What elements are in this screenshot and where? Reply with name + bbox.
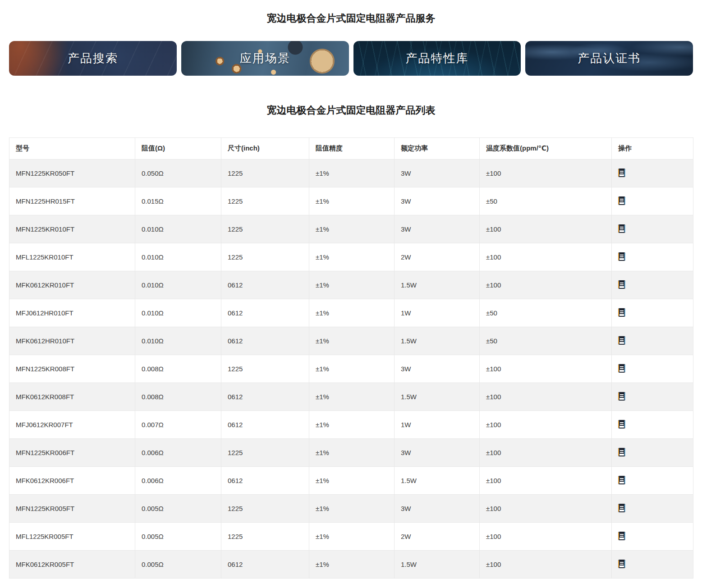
- cell-model: MFK0612KR006FT: [9, 467, 135, 495]
- icon-part: [624, 532, 625, 540]
- icon-part: [619, 482, 624, 483]
- column-header: 阻值精度: [309, 138, 395, 160]
- notebook-icon[interactable]: [618, 308, 625, 317]
- nav-button-application-scenes[interactable]: 应用场景: [181, 41, 349, 76]
- icon-part: [620, 283, 624, 283]
- cell-action: [612, 523, 693, 551]
- icon-part: [624, 504, 625, 512]
- cell-resistance: 0.005Ω: [135, 551, 221, 579]
- cell-power: 3W: [395, 215, 480, 243]
- icon-part: [620, 199, 624, 200]
- notebook-icon[interactable]: [618, 364, 625, 373]
- icon-part: [620, 366, 624, 367]
- cell-model: MFK0612HR010FT: [9, 327, 135, 355]
- notebook-icon[interactable]: [618, 560, 625, 568]
- notebook-icon[interactable]: [618, 532, 625, 540]
- icon-part: [619, 370, 624, 372]
- nav-button-characteristics-library[interactable]: 产品特性库: [353, 41, 521, 76]
- icon-part: [620, 394, 624, 395]
- cell-tcr: ±100: [480, 411, 612, 439]
- icon-part: [624, 197, 625, 205]
- cell-tcr: ±50: [480, 187, 612, 215]
- icon-part: [618, 225, 619, 232]
- cell-size: 0612: [221, 327, 309, 355]
- cell-model: MFN1225KR006FT: [9, 439, 135, 467]
- icon-part: [618, 392, 619, 400]
- icon-part: [624, 420, 625, 428]
- nav-row: 产品搜索 应用场景 产品特性库 产品认证书: [9, 41, 693, 76]
- icon-part: [618, 365, 619, 372]
- table-row: MFK0612KR005FT0.005Ω0612±1%1.5W±100: [9, 551, 693, 579]
- cell-tcr: ±100: [480, 160, 612, 187]
- cell-size: 1225: [221, 495, 309, 523]
- table-row: MFN1225HR015FT0.015Ω1225±1%3W±50: [9, 187, 693, 215]
- cell-precision: ±1%: [309, 299, 395, 327]
- icon-part: [620, 508, 624, 509]
- notebook-icon[interactable]: [618, 224, 625, 233]
- table-row: MFN1225KR005FT0.005Ω1225±1%3W±100: [9, 495, 693, 523]
- icon-part: [620, 368, 624, 369]
- notebook-icon[interactable]: [618, 476, 625, 484]
- icon-part: [620, 227, 624, 228]
- table-row: MFN1225KR010FT0.010Ω1225±1%3W±100: [9, 215, 693, 243]
- icon-part: [620, 562, 624, 563]
- cell-resistance: 0.005Ω: [135, 495, 221, 523]
- icon-part: [619, 258, 624, 260]
- nav-button-label: 产品认证书: [578, 50, 641, 66]
- icon-part: [624, 448, 625, 456]
- icon-part: [620, 478, 624, 479]
- icon-part: [619, 230, 624, 232]
- cell-resistance: 0.010Ω: [135, 243, 221, 271]
- cell-size: 0612: [221, 411, 309, 439]
- cell-action: [612, 327, 693, 355]
- table-row: MFN1225KR006FT0.006Ω1225±1%3W±100: [9, 439, 693, 467]
- icon-part: [619, 202, 624, 204]
- cell-resistance: 0.008Ω: [135, 383, 221, 411]
- nav-button-product-search[interactable]: 产品搜索: [9, 41, 177, 76]
- notebook-icon[interactable]: [618, 392, 625, 401]
- cell-precision: ±1%: [309, 551, 395, 579]
- cell-model: MFK0612KR008FT: [9, 383, 135, 411]
- nav-button-label: 应用场景: [240, 50, 290, 66]
- icon-part: [619, 314, 624, 316]
- cell-power: 1.5W: [395, 383, 480, 411]
- icon-part: [619, 174, 624, 176]
- notebook-icon[interactable]: [618, 336, 625, 345]
- notebook-icon[interactable]: [618, 420, 625, 428]
- icon-part: [620, 536, 624, 537]
- cell-size: 1225: [221, 215, 309, 243]
- product-table: 型号阻值(Ω)尺寸(inch)阻值精度额定功率温度系数值(ppm/℃)操作 MF…: [9, 137, 693, 579]
- table-row: MFN1225KR008FT0.008Ω1225±1%3W±100: [9, 355, 693, 383]
- cell-action: [612, 271, 693, 299]
- icon-part: [618, 337, 619, 344]
- icon-part: [618, 504, 619, 512]
- nav-button-certificates[interactable]: 产品认证书: [525, 41, 693, 76]
- column-header: 操作: [612, 138, 693, 160]
- icon-part: [620, 340, 624, 341]
- icon-part: [620, 228, 624, 229]
- cell-precision: ±1%: [309, 327, 395, 355]
- icon-part: [620, 424, 624, 425]
- icon-part: [618, 560, 619, 568]
- column-header: 阻值(Ω): [135, 138, 221, 160]
- cell-size: 1225: [221, 355, 309, 383]
- notebook-icon[interactable]: [618, 169, 625, 177]
- icon-part: [620, 450, 624, 451]
- cell-power: 3W: [395, 187, 480, 215]
- notebook-icon[interactable]: [618, 504, 625, 512]
- notebook-icon[interactable]: [618, 280, 625, 289]
- table-body: MFN1225KR050FT0.050Ω1225±1%3W±100MFN1225…: [9, 160, 693, 579]
- cell-tcr: ±100: [480, 467, 612, 495]
- notebook-icon[interactable]: [618, 448, 625, 456]
- cell-model: MFJ0612HR010FT: [9, 299, 135, 327]
- icon-part: [620, 506, 624, 507]
- cell-power: 1.5W: [395, 271, 480, 299]
- column-header: 尺寸(inch): [221, 138, 309, 160]
- product-table-container: 型号阻值(Ω)尺寸(inch)阻值精度额定功率温度系数值(ppm/℃)操作 MF…: [9, 137, 693, 579]
- cell-tcr: ±100: [480, 439, 612, 467]
- icon-part: [618, 532, 619, 540]
- notebook-icon[interactable]: [618, 252, 625, 261]
- icon-part: [620, 534, 624, 535]
- notebook-icon[interactable]: [618, 196, 625, 205]
- cell-tcr: ±100: [480, 215, 612, 243]
